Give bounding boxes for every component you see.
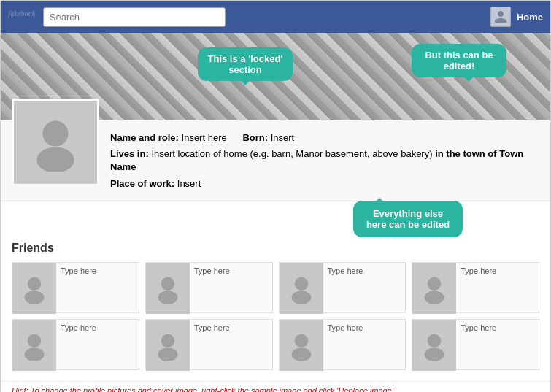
friend-avatar	[280, 263, 323, 314]
friend-name: Type here	[323, 263, 368, 312]
svg-point-5	[158, 291, 177, 304]
friends-section: Friends Type here Type here	[1, 231, 550, 381]
bubble-edited-text: But this can be edited!	[425, 50, 493, 72]
friend-avatar-icon	[153, 273, 183, 304]
svg-point-6	[294, 277, 307, 290]
friends-grid-row1: Type here Type here Type here	[12, 262, 539, 313]
lives-label: Lives in:	[110, 148, 149, 159]
bubble-main-text: Everything else here can be edited	[366, 208, 450, 230]
svg-point-4	[161, 277, 174, 290]
home-link[interactable]: Home	[517, 12, 543, 23]
friend-name: Type here	[456, 320, 501, 369]
svg-point-3	[25, 291, 45, 304]
friend-avatar	[12, 320, 56, 371]
name-role-value: Insert here	[182, 132, 227, 143]
friend-avatar	[146, 263, 190, 314]
friend-name: Type here	[323, 320, 368, 369]
friends-grid-row2: Type here Type here Type here	[12, 319, 539, 370]
search-input[interactable]	[43, 7, 226, 27]
bubble-locked-text: This is a 'locked' section	[208, 53, 283, 75]
list-item: Type here	[145, 319, 273, 370]
svg-point-13	[158, 347, 177, 361]
work-label: Place of work:	[110, 178, 174, 189]
profile-avatar-icon	[26, 113, 85, 172]
navbar-right: Home	[490, 7, 543, 27]
friend-avatar-icon	[286, 330, 317, 361]
work-value: Insert	[177, 178, 201, 189]
svg-point-9	[425, 291, 444, 304]
svg-point-0	[42, 120, 68, 146]
svg-point-17	[425, 347, 444, 361]
friend-avatar-icon	[19, 330, 50, 361]
friends-title: Friends	[12, 242, 539, 255]
friend-avatar-icon	[19, 273, 50, 304]
list-item: Type here	[12, 319, 139, 370]
list-item: Type here	[412, 319, 539, 370]
svg-point-12	[161, 334, 174, 347]
profile-section: Name and role: Insert here Born: Insert …	[1, 120, 550, 201]
hint-text: Hint: To change the profile pictures and…	[12, 386, 396, 392]
svg-point-14	[294, 334, 307, 347]
svg-point-15	[291, 347, 311, 361]
friend-avatar	[12, 263, 56, 314]
profile-info: Name and role: Insert here Born: Insert …	[110, 128, 539, 193]
svg-point-1	[36, 147, 74, 172]
search-bar	[43, 7, 226, 27]
friend-avatar-icon	[153, 330, 183, 361]
friend-avatar-icon	[286, 273, 317, 304]
bubble-main: Everything else here can be edited	[353, 201, 463, 237]
name-role-line: Name and role: Insert here Born: Insert	[110, 131, 539, 145]
navbar: fakebook Home	[1, 1, 550, 33]
logo: fakebook	[8, 7, 36, 27]
friend-avatar-icon	[419, 273, 450, 304]
list-item: Type here	[412, 262, 539, 313]
svg-point-2	[28, 277, 41, 290]
bubble-locked: This is a 'locked' section	[198, 47, 293, 81]
friend-avatar	[280, 320, 323, 371]
svg-point-7	[291, 291, 311, 304]
svg-point-11	[25, 347, 45, 361]
friend-avatar	[412, 320, 456, 371]
friend-name: Type here	[456, 263, 501, 312]
svg-point-10	[28, 334, 41, 347]
friend-name: Type here	[190, 263, 234, 312]
profile-photo	[12, 99, 99, 186]
svg-point-16	[428, 334, 441, 347]
avatar	[490, 7, 511, 27]
logo-text: fakebook	[8, 9, 36, 18]
work-line: Place of work: Insert	[110, 177, 539, 191]
bubble-edited: But this can be edited!	[412, 44, 506, 77]
friend-name: Type here	[56, 263, 101, 312]
born-value: Insert	[271, 132, 295, 143]
lives-value: Insert location of home (e.g. barn, Mano…	[151, 148, 432, 159]
born-label: Born:	[242, 132, 268, 143]
friend-avatar	[412, 263, 456, 314]
list-item: Type here	[279, 319, 406, 370]
friend-name: Type here	[56, 320, 101, 369]
page-wrapper: fakebook Home This is a 'locked' section…	[0, 0, 551, 392]
name-role-label: Name and role:	[110, 132, 179, 143]
friend-name: Type here	[190, 320, 234, 369]
user-icon	[493, 9, 508, 24]
list-item: Type here	[145, 262, 273, 313]
lives-line: Lives in: Insert location of home (e.g. …	[110, 147, 539, 174]
friend-avatar	[146, 320, 190, 371]
list-item: Type here	[279, 262, 406, 313]
hint-bar: Hint: To change the profile pictures and…	[1, 381, 550, 392]
friend-avatar-icon	[419, 330, 450, 361]
svg-point-8	[428, 277, 441, 290]
list-item: Type here	[12, 262, 139, 313]
